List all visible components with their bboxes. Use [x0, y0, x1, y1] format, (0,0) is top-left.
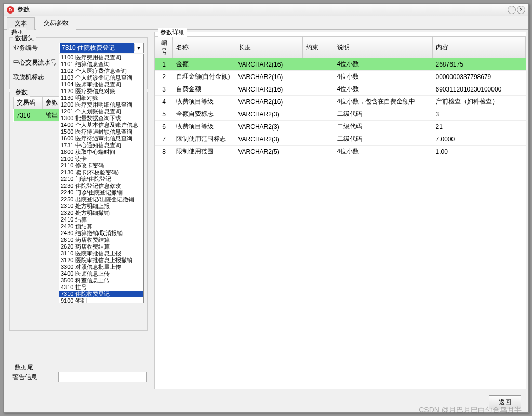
window-title: 参数	[17, 5, 508, 14]
dropdown-option[interactable]: 1400 个人基本信息及账户信息	[59, 122, 143, 128]
dropdown-option[interactable]: 1500 医疗待遇封锁信息查询	[59, 128, 143, 135]
data-group: 数据 数据头 业务编号 7310 住院收费登记 ▾ 1100 医疗费用信息查询1…	[6, 32, 151, 336]
back-button[interactable]: 返回	[489, 395, 521, 409]
th-num[interactable]: 编号	[155, 37, 173, 58]
dropdown-option[interactable]: 2310 处方明细上报	[59, 203, 143, 210]
detail-title: 参数详细	[158, 28, 187, 37]
th-val[interactable]: 内容	[433, 37, 526, 58]
dropdown-option[interactable]: 3300 对照信息批量上传	[59, 264, 143, 270]
dropdown-option[interactable]: 1104 医师审批信息查询	[59, 81, 143, 88]
th-con[interactable]: 约束	[303, 37, 334, 58]
center-label: 中心交易流水号	[13, 58, 59, 67]
offline-label: 联脱机标志	[13, 73, 59, 82]
dropdown-option[interactable]: 1800 获取中心端时间	[59, 149, 143, 155]
detail-row[interactable]: 3自费金额VARCHAR2(16)4位小数6903112010230100000	[155, 83, 526, 96]
dropdown-option[interactable]: 3120 医院审批信息上报撤销	[59, 257, 143, 264]
dropdown-option[interactable]: 3400 医师信息上传	[59, 270, 143, 277]
detail-row[interactable]: 8限制使用范围VARCHAR2(5)4位小数1.00	[155, 146, 526, 158]
dropdown-option[interactable]: 1120 医疗费信息对账	[59, 88, 143, 95]
dropdown-option[interactable]: 1103 个人就诊登记信息查询	[59, 74, 143, 81]
dropdown-option[interactable]: 1100 医疗费用信息查询	[59, 54, 143, 61]
titlebar: D 参数 – ×	[4, 4, 528, 16]
dropdown-option[interactable]: 7310 住院收费登记	[59, 291, 143, 297]
biz-label: 业务编号	[13, 44, 59, 53]
biz-combo[interactable]: 7310 住院收费登记 ▾ 1100 医疗费用信息查询1101 结算信息查询11…	[59, 43, 144, 53]
dropdown-option[interactable]: 1101 结算信息查询	[59, 61, 143, 68]
dropdown-option[interactable]: 4310 挂号	[59, 284, 143, 291]
dropdown-option[interactable]: 2100 读卡	[59, 155, 143, 162]
dropdown-option[interactable]: 2110 修改卡密码	[59, 162, 143, 169]
dropdown-option[interactable]: 2320 处方明细撤销	[59, 210, 143, 216]
detail-row[interactable]: 1金额VARCHAR2(16)4位小数26876175	[155, 58, 526, 71]
detail-row[interactable]: 6收费项目等级VARCHAR2(3)二级代码21	[155, 121, 526, 133]
detail-table: 编号 名称 长度 约束 说明 内容 1金额VARCHAR2(16)4位小数268…	[155, 36, 526, 158]
biz-combo-selected: 7310 住院收费登记	[60, 43, 134, 53]
dropdown-option[interactable]: 9100 签到	[59, 297, 143, 303]
dropdown-option[interactable]: 1300 批量数据查询下载	[59, 115, 143, 122]
data-head-group: 数据头 业务编号 7310 住院收费登记 ▾ 1100 医疗费用信息查询1101…	[9, 37, 148, 89]
warn-label: 警告信息	[12, 373, 58, 382]
th-desc[interactable]: 说明	[334, 37, 433, 58]
dropdown-option[interactable]: 2610 药店收费结算	[59, 237, 143, 243]
dropdown-option[interactable]: 1130 明细对账	[59, 95, 143, 101]
dropdown-option[interactable]: 3500 科室信息上传	[59, 277, 143, 284]
th-name[interactable]: 名称	[173, 37, 235, 58]
th-len[interactable]: 长度	[235, 37, 303, 58]
data-tail-title: 数据尾	[12, 363, 35, 372]
minimize-button[interactable]: –	[508, 6, 516, 14]
detail-row[interactable]: 2自理金额(自付金额)VARCHAR2(16)4位小数0000000337798…	[155, 71, 526, 83]
dropdown-option[interactable]: 1201 个人划账信息查询	[59, 108, 143, 115]
data-tail-group: 数据尾 警告信息	[9, 367, 154, 389]
dropdown-option[interactable]: 1200 医疗费用明细信息查询	[59, 101, 143, 108]
main-window: D 参数 – × 文本 交易参数 数据 数据头 业务编号 7310 住院收费登记…	[3, 3, 529, 413]
dropdown-option[interactable]: 2130 读卡(不校验密码)	[59, 169, 143, 176]
dropdown-option[interactable]: 3110 医院审批信息上报	[59, 250, 143, 257]
dropdown-option[interactable]: 2420 预结算	[59, 223, 143, 230]
warn-input[interactable]	[58, 372, 147, 382]
param-th-code[interactable]: 交易码	[14, 97, 43, 109]
dropdown-option[interactable]: 2430 结算撤销/取消报销	[59, 230, 143, 237]
dropdown-option[interactable]: 2240 门诊/住院登记撤销	[59, 189, 143, 196]
tab-bar: 文本 交易参数	[4, 17, 528, 30]
dropdown-option[interactable]: 1600 医疗待遇审批信息查询	[59, 135, 143, 142]
close-button[interactable]: ×	[517, 6, 525, 14]
dropdown-option[interactable]: 1731 中心通知信息查询	[59, 142, 143, 149]
dropdown-option[interactable]: 1102 个人医疗费信息查询	[59, 68, 143, 74]
detail-row[interactable]: 4收费项目等级VARCHAR2(16)4位小数，包含在自费金额中产前检查（妇科检…	[155, 96, 526, 108]
detail-row[interactable]: 5全额自费标志VARCHAR2(3)二级代码3	[155, 108, 526, 121]
dropdown-option[interactable]: 2230 住院登记信息修改	[59, 183, 143, 189]
dropdown-arrow-icon[interactable]: ▾	[134, 44, 142, 51]
app-icon: D	[7, 6, 14, 14]
dropdown-option[interactable]: 2620 药店收费结算	[59, 243, 143, 250]
param-group-title: 参数	[13, 88, 30, 97]
detail-row[interactable]: 7限制使用范围标志VARCHAR2(3)二级代码7.0000	[155, 133, 526, 146]
biz-dropdown[interactable]: 1100 医疗费用信息查询1101 结算信息查询1102 个人医疗费信息查询11…	[59, 54, 144, 303]
tab-trade-params[interactable]: 交易参数	[36, 17, 76, 30]
dropdown-option[interactable]: 2410 结算	[59, 216, 143, 223]
dropdown-option[interactable]: 2250 出院登记/出院登记撤销	[59, 196, 143, 203]
data-head-title: 数据头	[13, 34, 36, 43]
dropdown-option[interactable]: 2210 门诊/住院登记	[59, 176, 143, 183]
detail-group: 参数详细 编号 名称 长度 约束 说明 内容 1金额VARCHAR2(16)4位…	[154, 32, 526, 389]
